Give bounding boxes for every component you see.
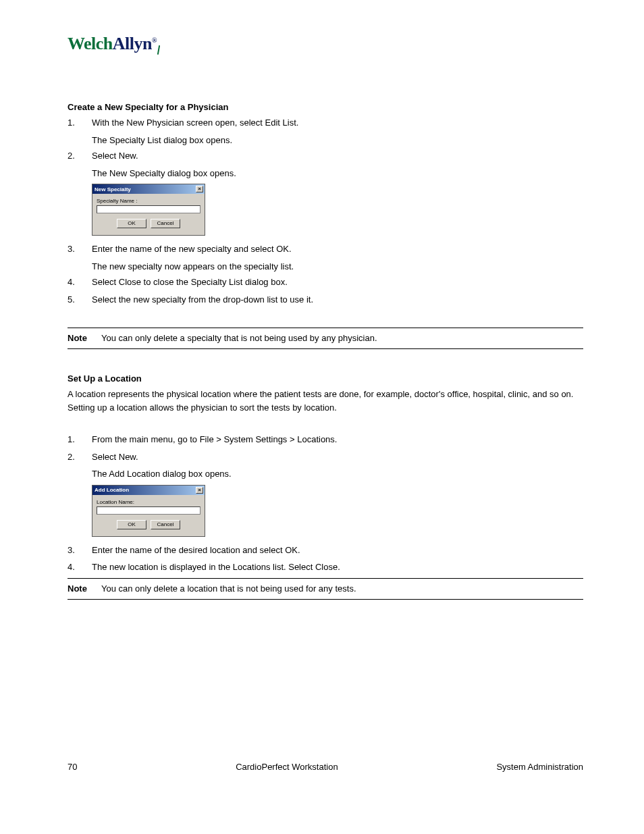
divider <box>68 328 583 328</box>
loc-step-2: 2. Select New. <box>68 450 583 464</box>
step-number: 5. <box>68 293 92 307</box>
logo-part1: Welch <box>68 34 113 53</box>
divider <box>68 348 583 349</box>
step-text: Enter the name of the new specialty and … <box>92 242 583 256</box>
step-text: With the New Physician screen open, sele… <box>92 116 583 130</box>
footer-page-number: 70 <box>68 762 77 772</box>
spec-step-1: 1. With the New Physician screen open, s… <box>68 116 583 130</box>
specialty-name-input[interactable] <box>97 205 200 213</box>
indent-text: The new specialty now appears on the spe… <box>92 260 583 273</box>
footer-section: System Administration <box>496 762 583 772</box>
step-text: From the main menu, go to File > System … <box>92 433 583 446</box>
step-text: Select New. <box>92 450 583 464</box>
divider <box>68 578 583 579</box>
logo-swoosh-icon <box>157 45 160 55</box>
logo-part2: Allyn <box>113 34 152 53</box>
indent-text: The Add Location dialog box opens. <box>92 467 583 481</box>
spec-step-5: 5. Select the new specialty from the dro… <box>68 293 583 307</box>
step-number: 1. <box>68 433 92 446</box>
dialog-button-row: OK Cancel <box>97 213 200 232</box>
add-location-dialog: Add Location × Location Name: OK Cancel <box>92 485 205 537</box>
cancel-button[interactable]: Cancel <box>151 520 180 529</box>
ok-button[interactable]: OK <box>117 219 146 228</box>
step-number: 4. <box>68 561 92 574</box>
page-footer: 70 CardioPerfect Workstation System Admi… <box>68 762 583 772</box>
footer-title: CardioPerfect Workstation <box>236 762 338 772</box>
ok-button[interactable]: OK <box>117 520 146 529</box>
note-label: Note <box>68 332 101 344</box>
spec-step3-indent: The new specialty now appears on the spe… <box>92 260 583 273</box>
note-text: You can only delete a location that is n… <box>101 583 583 595</box>
step-number: 2. <box>68 450 92 464</box>
spec-step1-indent: The Specialty List dialog box opens. <box>92 134 583 147</box>
dialog-body: Specialty Name : OK Cancel <box>92 194 205 235</box>
dialog-titlebar: Add Location × <box>92 486 205 495</box>
loc-step-1: 1. From the main menu, go to File > Syst… <box>68 433 583 446</box>
page: WelchAllyn® Create a New Specialty for a… <box>0 0 644 799</box>
step-text: Select New. <box>92 149 583 163</box>
loc-step-3: 3. Enter the name of the desired locatio… <box>68 544 583 557</box>
loc-note: Note You can only delete a location that… <box>68 583 583 595</box>
spec-step-3: 3. Enter the name of the new specialty a… <box>68 242 583 256</box>
spec-step2-indent: The New Specialty dialog box opens. New … <box>92 167 583 236</box>
indent-text: The New Specialty dialog box opens. <box>92 167 583 180</box>
loc-step-4: 4. The new location is displayed in the … <box>68 561 583 574</box>
spec-heading: Create a New Specialty for a Physician <box>68 102 583 112</box>
step-text: Select the new specialty from the drop-d… <box>92 293 583 307</box>
location-name-input[interactable] <box>97 506 200 515</box>
step-text: The new location is displayed in the Loc… <box>92 561 583 574</box>
dialog-button-row: OK Cancel <box>97 515 200 533</box>
location-name-label: Location Name: <box>97 499 200 505</box>
close-icon[interactable]: × <box>196 487 203 494</box>
logo-reg: ® <box>152 36 157 44</box>
new-specialty-dialog: New Specialty × Specialty Name : OK Canc… <box>92 184 205 236</box>
spec-step-4: 4. Select Close to close the Specialty L… <box>68 276 583 289</box>
loc-intro: A location represents the physical locat… <box>68 388 583 414</box>
note-label: Note <box>68 583 101 595</box>
step-number: 3. <box>68 544 92 557</box>
step-number: 4. <box>68 276 92 289</box>
dialog-body: Location Name: OK Cancel <box>92 495 205 536</box>
step-number: 3. <box>68 242 92 256</box>
main-content: Create a New Specialty for a Physician 1… <box>68 102 583 600</box>
dialog-title: Add Location <box>95 487 129 493</box>
spec-note: Note You can only delete a specialty tha… <box>68 332 583 344</box>
dialog-title: New Specialty <box>95 186 131 192</box>
spec-step-2: 2. Select New. <box>68 149 583 163</box>
close-icon[interactable]: × <box>196 186 203 192</box>
note-text: You can only delete a specialty that is … <box>101 332 583 344</box>
divider <box>68 599 583 600</box>
cancel-button[interactable]: Cancel <box>151 219 180 228</box>
step-text: Enter the name of the desired location a… <box>92 544 583 557</box>
step-number: 2. <box>68 149 92 163</box>
step-text: Select Close to close the Specialty List… <box>92 276 583 289</box>
loc-step2-indent: The Add Location dialog box opens. Add L… <box>92 467 583 537</box>
logo: WelchAllyn® <box>68 34 583 55</box>
loc-heading: Set Up a Location <box>68 373 583 384</box>
step-number: 1. <box>68 116 92 130</box>
specialty-name-label: Specialty Name : <box>97 198 200 204</box>
indent-text: The Specialty List dialog box opens. <box>92 134 583 147</box>
dialog-titlebar: New Specialty × <box>92 184 205 194</box>
